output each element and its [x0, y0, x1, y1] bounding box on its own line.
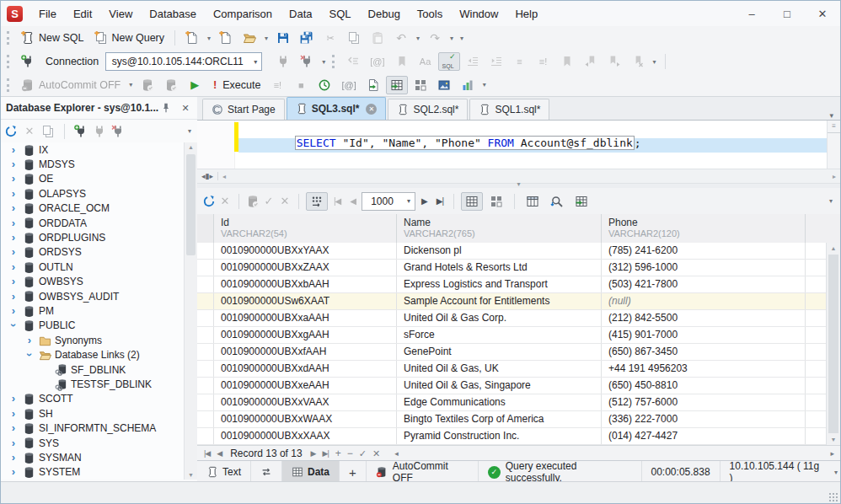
layout-button[interactable]: [410, 76, 431, 94]
table-row[interactable]: 0010900000UBXxbAAHExpress Logistics and …: [197, 276, 827, 293]
collapsed-chevron-icon[interactable]: ›: [8, 276, 19, 287]
cell-id[interactable]: 0010900000UBXxZAAX: [214, 260, 397, 276]
menu-debug[interactable]: Debug: [360, 2, 409, 26]
check-syntax-button[interactable]: ✓SQL: [438, 52, 460, 71]
menu-view[interactable]: View: [100, 2, 141, 26]
quick-find-button[interactable]: [546, 192, 568, 211]
cell-name[interactable]: Sample Account for Entitlements: [397, 293, 602, 309]
table-row[interactable]: 0010900000UBXxXAAXPyramid Construction I…: [197, 428, 827, 445]
expanded-chevron-icon[interactable]: ›: [8, 319, 19, 331]
pane-splitter-handle[interactable]: ◂▮▸: [197, 172, 218, 180]
new-document-button[interactable]: [181, 29, 203, 47]
tab-text-view[interactable]: Text: [197, 461, 251, 483]
last-page-button[interactable]: ▶|: [433, 196, 447, 206]
table-row[interactable]: 0010900000UBXxgAAHsForce(415) 901-7000: [197, 327, 827, 344]
cell-phone[interactable]: (650) 867-3450: [602, 344, 806, 360]
collapsed-chevron-icon[interactable]: ›: [8, 452, 19, 464]
export-data-button[interactable]: [570, 192, 592, 211]
table-row[interactable]: 0010900000UBXxaAAHUnited Oil & Gas Corp.…: [197, 310, 827, 327]
resize-grip[interactable]: [828, 492, 838, 502]
cell-id[interactable]: 0010900000UBXxYAAX: [214, 243, 397, 259]
table-row[interactable]: 0010900000UBXxdAAHUnited Oil & Gas, UK+4…: [197, 361, 827, 378]
next-page-button[interactable]: ▶: [418, 196, 431, 206]
grid-view-button[interactable]: [461, 192, 483, 211]
new-query-button[interactable]: New Query: [90, 29, 169, 47]
reject-changes-icon[interactable]: ✕: [278, 195, 292, 208]
collapsed-chevron-icon[interactable]: ›: [8, 466, 19, 478]
column-header-name[interactable]: NameVARCHAR2(765): [397, 214, 602, 243]
cell-name[interactable]: Dickenson pl: [397, 243, 602, 259]
tree-item-pm[interactable]: ›PM: [1, 303, 185, 318]
undo-dropdown[interactable]: ▾: [414, 35, 422, 42]
cancel-edit-button[interactable]: ✕: [369, 448, 383, 459]
collapsed-chevron-icon[interactable]: ›: [8, 261, 19, 273]
new-file-button[interactable]: [215, 29, 237, 47]
parameters-button[interactable]: [@]: [366, 52, 388, 71]
cell-phone[interactable]: (336) 222-7000: [602, 411, 806, 427]
editor-vertical-scrollbar[interactable]: ≡: [827, 121, 840, 169]
toolbar1-overflow-dropdown[interactable]: ▾: [458, 35, 466, 42]
row-indicator-cell[interactable]: [197, 293, 214, 309]
cut-button[interactable]: ✂: [319, 29, 341, 47]
collapsed-chevron-icon[interactable]: ›: [8, 173, 19, 185]
cell-phone[interactable]: (null): [602, 293, 806, 309]
tree-item-oracle-ocm[interactable]: ›ORACLE_OCM: [1, 201, 185, 216]
tree-item-synonyms[interactable]: ›Synonyms: [1, 333, 185, 347]
results-collapse-arrow[interactable]: ▾: [509, 181, 529, 188]
run-button[interactable]: ▶: [184, 76, 206, 94]
previous-bookmark-button[interactable]: [580, 52, 602, 71]
tab-sql2-sql-[interactable]: SQL2.sql*: [388, 99, 468, 120]
cell-name[interactable]: United Oil & Gas, Singapore: [397, 378, 602, 394]
reconnect-button[interactable]: [272, 52, 294, 71]
tree-item-mdsys[interactable]: ›MDSYS: [1, 157, 185, 171]
visualizer-button[interactable]: [433, 76, 455, 94]
cell-name[interactable]: United Oil & Gas, UK: [397, 361, 602, 377]
execute-script-button[interactable]: ≡!: [266, 76, 288, 94]
cell-id[interactable]: 0010900000UBXxaAAH: [214, 310, 397, 326]
tree-item-database-links-2-[interactable]: ›Database Links (2): [1, 347, 185, 362]
results-to-grid-button[interactable]: [386, 76, 408, 94]
next-record-button[interactable]: ▶: [308, 449, 319, 458]
card-view-button[interactable]: [485, 192, 507, 211]
comment-button[interactable]: [342, 52, 364, 71]
toolbar-grip[interactable]: [7, 31, 10, 45]
cell-name[interactable]: United Oil & Gas Corp.: [397, 310, 602, 326]
refresh-results-icon[interactable]: [202, 195, 216, 208]
grid-vertical-scrollbar[interactable]: ▲ ▼: [826, 243, 840, 445]
edit-parameters-button[interactable]: [@]: [337, 76, 360, 94]
clear-bookmarks-button[interactable]: [627, 52, 649, 71]
accept-changes-icon[interactable]: ✓: [262, 195, 276, 208]
tree-item-sys[interactable]: ›SYS: [1, 436, 185, 450]
save-all-button[interactable]: [296, 29, 318, 47]
table-row[interactable]: 0010900000UBXxZAAXGrand Hotels & Resorts…: [197, 260, 827, 276]
collapsed-chevron-icon[interactable]: ›: [8, 437, 19, 449]
grid-hscroll-left[interactable]: ◂: [391, 449, 401, 458]
query-parameters-button[interactable]: ≡!: [533, 52, 554, 71]
menu-comparison[interactable]: Comparison: [205, 2, 281, 26]
cell-phone[interactable]: (415) 901-7000: [602, 327, 806, 343]
column-header-phone[interactable]: PhoneVARCHAR2(120): [602, 214, 806, 243]
first-record-button[interactable]: |◀: [201, 449, 213, 458]
increase-indent-button[interactable]: [485, 52, 507, 71]
apply-changes-icon[interactable]: [246, 195, 260, 208]
tree-item-ordplugins[interactable]: ›ORDPLUGINS: [1, 230, 185, 244]
stop-button[interactable]: ■: [290, 76, 312, 94]
toolbar3-overflow-dropdown[interactable]: ▾: [480, 81, 489, 88]
new-sql-button[interactable]: New SQL: [17, 29, 88, 47]
undo-button[interactable]: ↶: [390, 29, 412, 47]
hscroll-left-arrow[interactable]: ◂: [218, 173, 230, 180]
menu-sql[interactable]: SQL: [321, 2, 360, 26]
tree-item-testsf-dblink[interactable]: TESTSF_DBLINK: [1, 377, 185, 391]
cell-id[interactable]: 0010900000UBXxbAAH: [214, 276, 397, 292]
menu-edit[interactable]: Edit: [65, 2, 100, 26]
minimize-button[interactable]: –: [734, 2, 769, 26]
cell-name[interactable]: sForce: [397, 327, 602, 343]
cell-phone[interactable]: (503) 421-7800: [602, 276, 806, 292]
toolbar2-overflow-dropdown[interactable]: ▾: [651, 58, 659, 66]
cell-phone[interactable]: (650) 450-8810: [602, 378, 806, 394]
collapsed-chevron-icon[interactable]: ›: [8, 422, 19, 434]
tab-sql3-sql-[interactable]: SQL3.sql*✕: [287, 97, 387, 120]
cell-id[interactable]: 0010900000UBXxVAAX: [214, 394, 397, 410]
row-indicator-cell[interactable]: [197, 344, 214, 360]
cell-name[interactable]: Grand Hotels & Resorts Ltd: [397, 260, 602, 276]
